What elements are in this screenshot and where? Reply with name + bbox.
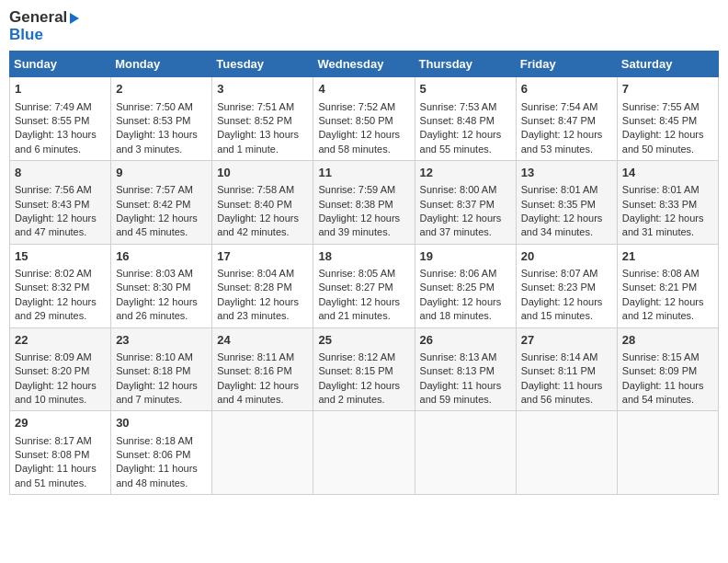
day-number: 7 xyxy=(622,81,713,98)
calendar-body: 1Sunrise: 7:49 AMSunset: 8:55 PMDaylight… xyxy=(10,77,719,495)
day-header-saturday: Saturday xyxy=(617,52,718,77)
calendar-cell: 7Sunrise: 7:55 AMSunset: 8:45 PMDaylight… xyxy=(617,77,718,161)
day-info: Sunset: 8:13 PM xyxy=(420,364,511,378)
day-number: 27 xyxy=(521,332,612,349)
day-header-sunday: Sunday xyxy=(10,52,111,77)
day-info: Sunset: 8:35 PM xyxy=(521,198,612,212)
day-info: Sunrise: 7:56 AM xyxy=(15,183,106,197)
calendar-cell: 8Sunrise: 7:56 AMSunset: 8:43 PMDaylight… xyxy=(10,161,111,245)
logo: General Blue xyxy=(9,9,79,43)
day-info: Daylight: 12 hours and 47 minutes. xyxy=(15,212,106,240)
day-info: Daylight: 13 hours and 1 minute. xyxy=(217,128,308,156)
day-info: Sunrise: 8:11 AM xyxy=(217,350,308,364)
calendar-cell: 9Sunrise: 7:57 AMSunset: 8:42 PMDaylight… xyxy=(111,161,212,245)
day-info: Daylight: 12 hours and 39 minutes. xyxy=(318,212,409,240)
day-info: Daylight: 12 hours and 10 minutes. xyxy=(15,379,106,408)
calendar-week-1: 1Sunrise: 7:49 AMSunset: 8:55 PMDaylight… xyxy=(10,77,719,161)
day-info: Sunrise: 8:15 AM xyxy=(622,350,713,364)
calendar-cell xyxy=(617,411,718,495)
day-number: 2 xyxy=(116,81,207,98)
day-info: Sunset: 8:40 PM xyxy=(217,198,308,212)
day-header-thursday: Thursday xyxy=(415,52,516,77)
calendar-cell: 27Sunrise: 8:14 AMSunset: 8:11 PMDayligh… xyxy=(516,327,617,411)
day-info: Daylight: 13 hours and 3 minutes. xyxy=(116,128,207,156)
day-header-monday: Monday xyxy=(111,52,212,77)
day-header-wednesday: Wednesday xyxy=(313,52,415,77)
calendar-cell: 3Sunrise: 7:51 AMSunset: 8:52 PMDaylight… xyxy=(212,77,313,161)
calendar-cell: 30Sunrise: 8:18 AMSunset: 8:06 PMDayligh… xyxy=(111,411,212,495)
calendar-cell: 22Sunrise: 8:09 AMSunset: 8:20 PMDayligh… xyxy=(10,327,111,411)
day-info: Sunrise: 7:49 AM xyxy=(15,100,106,114)
day-info: Sunset: 8:52 PM xyxy=(217,114,308,128)
calendar-cell: 10Sunrise: 7:58 AMSunset: 8:40 PMDayligh… xyxy=(212,161,313,245)
day-info: Sunset: 8:27 PM xyxy=(318,281,409,294)
day-info: Sunset: 8:47 PM xyxy=(521,114,612,128)
calendar-cell xyxy=(313,411,415,495)
day-info: Sunrise: 7:51 AM xyxy=(217,100,308,114)
day-info: Sunset: 8:21 PM xyxy=(622,281,713,294)
calendar-cell: 4Sunrise: 7:52 AMSunset: 8:50 PMDaylight… xyxy=(313,77,415,161)
day-info: Daylight: 12 hours and 45 minutes. xyxy=(116,212,207,240)
day-number: 8 xyxy=(15,165,106,181)
day-info: Sunset: 8:28 PM xyxy=(217,281,308,294)
day-number: 23 xyxy=(116,332,207,349)
day-number: 18 xyxy=(318,248,409,265)
calendar-cell: 25Sunrise: 8:12 AMSunset: 8:15 PMDayligh… xyxy=(313,327,415,411)
day-number: 20 xyxy=(521,248,612,265)
day-info: Sunset: 8:25 PM xyxy=(420,281,511,294)
day-info: Sunset: 8:42 PM xyxy=(116,198,207,212)
calendar-cell: 23Sunrise: 8:10 AMSunset: 8:18 PMDayligh… xyxy=(111,327,212,411)
day-info: Sunset: 8:18 PM xyxy=(116,364,207,378)
day-number: 14 xyxy=(622,165,713,181)
calendar-cell: 12Sunrise: 8:00 AMSunset: 8:37 PMDayligh… xyxy=(415,161,516,245)
calendar-cell: 2Sunrise: 7:50 AMSunset: 8:53 PMDaylight… xyxy=(111,77,212,161)
day-number: 26 xyxy=(420,332,511,349)
day-info: Sunset: 8:55 PM xyxy=(15,114,106,128)
calendar-week-4: 22Sunrise: 8:09 AMSunset: 8:20 PMDayligh… xyxy=(10,327,719,411)
day-info: Daylight: 12 hours and 34 minutes. xyxy=(521,212,612,240)
day-info: Daylight: 12 hours and 12 minutes. xyxy=(622,295,713,324)
day-info: Sunrise: 8:08 AM xyxy=(622,267,713,281)
day-number: 13 xyxy=(521,165,612,181)
calendar-week-3: 15Sunrise: 8:02 AMSunset: 8:32 PMDayligh… xyxy=(10,244,719,327)
day-info: Daylight: 11 hours and 59 minutes. xyxy=(420,379,511,408)
day-info: Sunset: 8:43 PM xyxy=(15,198,106,212)
calendar-cell: 18Sunrise: 8:05 AMSunset: 8:27 PMDayligh… xyxy=(313,244,415,327)
calendar-cell: 11Sunrise: 7:59 AMSunset: 8:38 PMDayligh… xyxy=(313,161,415,245)
day-number: 24 xyxy=(217,332,308,349)
day-info: Sunrise: 8:00 AM xyxy=(420,183,511,197)
calendar-cell: 19Sunrise: 8:06 AMSunset: 8:25 PMDayligh… xyxy=(415,244,516,327)
day-info: Sunrise: 7:50 AM xyxy=(116,100,207,114)
day-info: Sunrise: 8:17 AM xyxy=(15,434,106,448)
calendar-table: SundayMondayTuesdayWednesdayThursdayFrid… xyxy=(9,51,719,495)
day-info: Sunset: 8:37 PM xyxy=(420,198,511,212)
day-number: 21 xyxy=(622,248,713,265)
day-info: Daylight: 12 hours and 26 minutes. xyxy=(116,295,207,324)
day-number: 6 xyxy=(521,81,612,98)
day-info: Daylight: 12 hours and 53 minutes. xyxy=(521,128,612,156)
day-info: Sunrise: 8:18 AM xyxy=(116,434,207,448)
calendar-cell xyxy=(415,411,516,495)
day-info: Daylight: 12 hours and 21 minutes. xyxy=(318,295,409,324)
day-number: 9 xyxy=(116,165,207,181)
day-info: Sunrise: 8:10 AM xyxy=(116,350,207,364)
calendar-header-row: SundayMondayTuesdayWednesdayThursdayFrid… xyxy=(10,52,719,77)
day-info: Daylight: 12 hours and 55 minutes. xyxy=(420,128,511,156)
day-info: Daylight: 12 hours and 58 minutes. xyxy=(318,128,409,156)
calendar-cell xyxy=(516,411,617,495)
day-number: 3 xyxy=(217,81,308,98)
day-info: Sunset: 8:33 PM xyxy=(622,198,713,212)
day-number: 5 xyxy=(420,81,511,98)
day-number: 10 xyxy=(217,165,308,181)
day-info: Sunset: 8:53 PM xyxy=(116,114,207,128)
day-info: Sunset: 8:08 PM xyxy=(15,448,106,462)
day-info: Sunrise: 7:57 AM xyxy=(116,183,207,197)
day-number: 19 xyxy=(420,248,511,265)
day-info: Sunrise: 7:55 AM xyxy=(622,100,713,114)
calendar-cell: 15Sunrise: 8:02 AMSunset: 8:32 PMDayligh… xyxy=(10,244,111,327)
day-number: 25 xyxy=(318,332,409,349)
day-number: 17 xyxy=(217,248,308,265)
calendar-cell: 17Sunrise: 8:04 AMSunset: 8:28 PMDayligh… xyxy=(212,244,313,327)
day-info: Sunset: 8:16 PM xyxy=(217,364,308,378)
day-info: Daylight: 12 hours and 7 minutes. xyxy=(116,379,207,408)
